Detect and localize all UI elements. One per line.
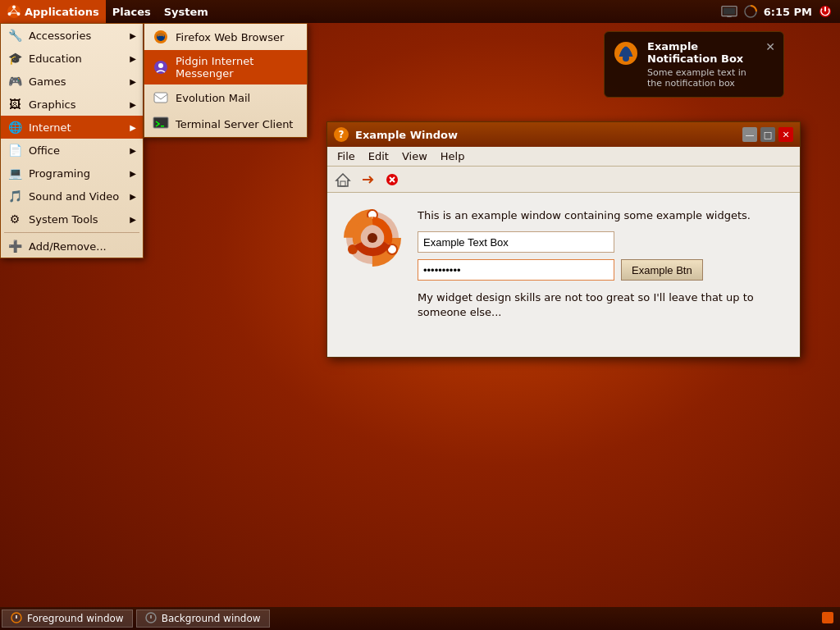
background-window-icon (145, 612, 157, 626)
svg-rect-14 (154, 93, 167, 103)
ubuntu-logo (344, 209, 401, 267)
terminal-server-icon (153, 116, 169, 132)
cancel-toolbar-button[interactable] (381, 169, 403, 190)
top-panel: Applications Places System 6:15 PM (0, 0, 840, 23)
example-window: ? Example Window — □ ✕ File Edit View He… (326, 121, 801, 358)
menu-item-games[interactable]: 🎮 Games ▶ (1, 70, 143, 93)
places-menu[interactable]: Places (106, 0, 158, 23)
view-menu[interactable]: View (395, 148, 434, 164)
sound-video-label: Sound and Video (29, 190, 119, 203)
screen-icon (721, 3, 737, 20)
window-title: Example Window (355, 129, 742, 141)
foreground-window-icon (11, 612, 22, 626)
arrow-icon: ▶ (130, 31, 136, 40)
submenu-terminal-server[interactable]: Terminal Server Client (144, 111, 307, 137)
arrow-icon: ▶ (130, 123, 136, 132)
bottom-panel: Foreground window Background window (0, 607, 840, 630)
add-remove-icon: ➕ (7, 239, 22, 253)
notification-content: Example Notification Box Some example te… (647, 40, 754, 89)
terminal-server-label: Terminal Server Client (176, 118, 293, 130)
svg-rect-6 (727, 16, 731, 16)
menu-item-office[interactable]: 📄 Office ▶ (1, 139, 143, 162)
arrow-icon: ▶ (130, 169, 136, 178)
clock: 6:15 PM (764, 6, 812, 18)
applications-menu[interactable]: Applications (0, 0, 106, 23)
svg-rect-5 (723, 7, 735, 14)
svg-rect-9 (824, 7, 826, 11)
svg-point-27 (623, 55, 629, 62)
submenu-evolution[interactable]: Evolution Mail (144, 84, 307, 111)
home-button[interactable] (332, 169, 354, 190)
internet-submenu: Firefox Web Browser Pidgin Internet Mess… (144, 23, 308, 138)
svg-rect-16 (161, 126, 164, 127)
example-btn-label: Example Btn (632, 264, 692, 276)
menu-item-sound-video[interactable]: 🎵 Sound and Video ▶ (1, 185, 143, 208)
arrow-icon: ▶ (130, 215, 136, 224)
svg-rect-30 (822, 612, 833, 623)
background-label: Background window (162, 613, 261, 624)
svg-point-13 (158, 63, 163, 68)
example-button[interactable]: Example Btn (621, 259, 703, 281)
menu-item-accessories[interactable]: 🔧 Accessories ▶ (1, 24, 143, 47)
content-right: This is an example window containing som… (418, 209, 783, 320)
notification-title: Example Notification Box (647, 40, 754, 65)
internet-label: Internet (29, 121, 71, 134)
programming-label: Programing (29, 167, 90, 180)
notification-text: Some example text in the notification bo… (647, 67, 754, 89)
menu-item-internet[interactable]: 🌐 Internet ▶ (1, 116, 143, 139)
password-row: Example Btn (418, 259, 783, 281)
example-text-input[interactable] (418, 231, 614, 253)
education-icon: 🎓 (7, 51, 22, 66)
menu-separator (4, 232, 139, 233)
password-input[interactable] (418, 259, 614, 281)
system-menu[interactable]: System (158, 0, 215, 23)
small-text: My widget design skills are not too grea… (418, 290, 783, 320)
menu-item-graphics[interactable]: 🖼 Graphics ▶ (1, 93, 143, 116)
menu-item-system-tools[interactable]: ⚙ System Tools ▶ (1, 208, 143, 231)
foreground-window-button[interactable]: Foreground window (2, 609, 133, 628)
pidgin-label: Pidgin Internet Messenger (176, 55, 299, 80)
file-label: File (337, 150, 355, 162)
internet-icon: 🌐 (7, 120, 22, 135)
maximize-button[interactable]: □ (760, 127, 775, 142)
svg-rect-18 (340, 181, 345, 186)
menu-item-add-remove[interactable]: ➕ Add/Remove... (1, 235, 143, 258)
svg-marker-17 (336, 174, 349, 186)
minimize-button[interactable]: — (742, 127, 757, 142)
system-label: System (164, 6, 208, 18)
window-content: This is an example window containing som… (327, 193, 800, 357)
arrow-icon: ▶ (130, 192, 136, 201)
file-menu[interactable]: File (331, 148, 362, 164)
notification-close-button[interactable]: ✕ (765, 40, 775, 53)
games-icon: 🎮 (7, 74, 22, 89)
help-menu[interactable]: Help (434, 148, 472, 164)
games-label: Games (29, 75, 66, 88)
close-button[interactable]: ✕ (778, 127, 793, 142)
window-titlebar: ? Example Window — □ ✕ (327, 122, 800, 147)
menu-item-education[interactable]: 🎓 Education ▶ (1, 47, 143, 70)
system-tools-label: System Tools (29, 213, 98, 226)
submenu-pidgin[interactable]: Pidgin Internet Messenger (144, 50, 307, 84)
arrow-icon: ▶ (130, 54, 136, 63)
submenu-firefox[interactable]: Firefox Web Browser (144, 24, 307, 50)
sync-icon (742, 3, 759, 20)
applications-dropdown: 🔧 Accessories ▶ 🎓 Education ▶ 🎮 Games ▶ … (0, 23, 144, 258)
background-window-button[interactable]: Background window (136, 609, 270, 628)
accessories-icon: 🔧 (7, 28, 22, 43)
forward-button[interactable] (357, 169, 378, 190)
menu-item-programming[interactable]: 💻 Programing ▶ (1, 162, 143, 185)
edit-label: Edit (368, 150, 389, 162)
notification-icon (613, 40, 639, 66)
office-label: Office (29, 144, 60, 157)
view-label: View (402, 150, 427, 162)
taskbar-right (820, 610, 840, 628)
power-icon[interactable] (817, 3, 833, 20)
foreground-label: Foreground window (27, 613, 124, 624)
graphics-label: Graphics (29, 98, 75, 111)
system-tools-icon: ⚙ (7, 212, 22, 226)
edit-menu[interactable]: Edit (362, 148, 395, 164)
firefox-icon (153, 29, 169, 45)
graphics-icon: 🖼 (7, 97, 22, 112)
applications-label: Applications (25, 6, 99, 18)
office-icon: 📄 (7, 143, 22, 158)
